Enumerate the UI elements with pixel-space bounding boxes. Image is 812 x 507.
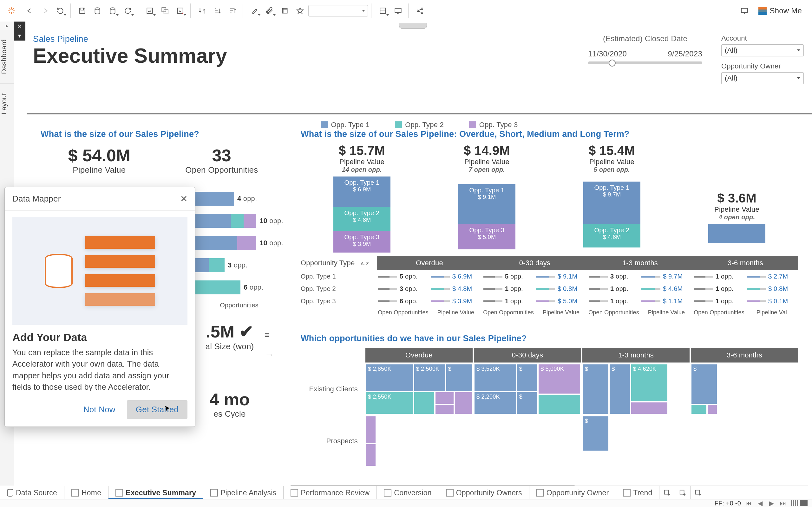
term-col-13[interactable]: $ 15.4M Pipeline Value 5 open opp. Opp. … <box>551 144 673 252</box>
show-me-button[interactable]: Show Me <box>753 4 808 17</box>
new-worksheet-icon[interactable] <box>143 4 157 18</box>
close-icon[interactable]: ✕ <box>14 21 26 31</box>
popover-heading: Add Your Data <box>12 331 188 343</box>
revert-icon[interactable] <box>53 4 67 18</box>
sort-asc-icon[interactable] <box>210 4 224 18</box>
tm-row-existing: Existing Clients <box>301 364 364 414</box>
last-icon[interactable]: ⏭ <box>780 500 786 507</box>
swap-rows-columns-icon[interactable] <box>195 4 209 18</box>
redo-icon[interactable] <box>38 4 52 18</box>
sheet-tab-opportunity-owners[interactable]: Opportunity Owners <box>439 486 529 499</box>
sheet-tab-home[interactable]: Home <box>64 486 108 499</box>
get-started-button[interactable]: Get Started <box>127 400 188 419</box>
owner-bar-row[interactable]: 4 opp. <box>193 187 286 210</box>
date-slider-handle-left[interactable] <box>609 60 616 66</box>
pause-auto-updates-icon[interactable] <box>106 4 119 18</box>
account-filter[interactable]: (All) <box>721 44 804 56</box>
presentation-mode-icon[interactable] <box>391 4 405 18</box>
favorite-icon[interactable] <box>293 4 307 18</box>
tm-cell-prospects-overdue[interactable] <box>365 416 473 466</box>
grid-view-icon[interactable] <box>791 500 799 506</box>
new-story-tab-button[interactable] <box>691 486 706 499</box>
tm-cell-existing-13[interactable]: $ $ $ 4,620K <box>582 364 690 414</box>
tm-cell-prospects-030[interactable] <box>474 416 581 466</box>
not-now-button[interactable]: Not Now <box>74 400 124 419</box>
sort-desc-icon[interactable] <box>225 4 240 18</box>
dashboard-icon <box>71 489 79 497</box>
term-col-overdue[interactable]: $ 15.7M Pipeline Value 14 open opp. Opp.… <box>301 144 423 252</box>
tm-hdr-overdue[interactable]: Overdue <box>365 348 473 362</box>
term-label-030[interactable]: 0-30 days <box>482 256 588 270</box>
dashboard-icon <box>537 489 544 497</box>
fit-icon[interactable] <box>376 4 390 18</box>
date-slider[interactable] <box>588 61 702 64</box>
clear-sheet-icon[interactable] <box>173 4 187 18</box>
sheet-tab-data-source[interactable]: Data Source <box>0 486 64 499</box>
sheet-tab-executive-summary[interactable]: Executive Summary <box>108 486 203 499</box>
owner-bar-row[interactable]: 10 opp. <box>193 210 286 232</box>
view-toggle[interactable] <box>791 500 808 506</box>
dashboard-icon <box>623 489 630 497</box>
term-label-overdue[interactable]: Overdue <box>377 256 482 270</box>
sheet-tab-trend[interactable]: Trend <box>616 486 659 499</box>
tm-hdr-030[interactable]: 0-30 days <box>474 348 581 362</box>
owner-bar-row[interactable]: 6 opp. <box>193 276 286 298</box>
sheet-tab-pipeline-analysis[interactable]: Pipeline Analysis <box>203 486 284 499</box>
tableau-logo-icon[interactable] <box>4 4 18 18</box>
duplicate-sheet-icon[interactable] <box>158 4 172 18</box>
first-icon[interactable]: ⏮ <box>745 500 752 507</box>
dashboard-close-chip[interactable]: ✕ ▾ <box>14 21 26 41</box>
left-tab-layout[interactable]: Layout <box>0 83 14 124</box>
term-col-36[interactable]: $ 3.6M Pipeline Value 4 open opp. <box>676 144 798 252</box>
full-view-icon[interactable] <box>800 500 808 506</box>
date-from: 11/30/2020 <box>588 49 627 58</box>
highlight-icon[interactable] <box>247 4 261 18</box>
prev-icon[interactable]: ◀ <box>757 500 764 507</box>
new-dashboard-tab-button[interactable] <box>675 486 691 499</box>
kpi-pipeline-label: Pipeline Value <box>68 165 131 175</box>
kpi-open-opps-value: 33 <box>185 146 258 165</box>
save-icon[interactable] <box>75 4 89 18</box>
new-worksheet-tab-button[interactable] <box>659 486 675 499</box>
share-icon[interactable] <box>413 4 427 18</box>
find-combo[interactable] <box>308 5 368 16</box>
more-options-icon[interactable]: ≡ <box>264 330 269 340</box>
tm-cell-prospects-36[interactable] <box>691 416 798 466</box>
spark-row[interactable]: Opp. Type 23 opp.$ 4.8M1 opp.$ 0.8M1 opp… <box>301 283 798 295</box>
tm-hdr-36[interactable]: 3-6 months <box>691 348 798 362</box>
svg-rect-16 <box>696 490 700 494</box>
expand-left-pane-icon[interactable]: ▸ <box>0 21 14 30</box>
spark-row[interactable]: Opp. Type 36 opp.$ 3.9M1 opp.$ 5.0M1 opp… <box>301 295 798 307</box>
owner-bar-row[interactable]: 3 opp. <box>193 254 286 276</box>
sheet-tab-conversion[interactable]: Conversion <box>377 486 439 499</box>
sheet-tab-performance-review[interactable]: Performance Review <box>284 486 377 499</box>
close-icon[interactable]: ✕ <box>180 193 188 204</box>
chevron-down-icon[interactable]: ▾ <box>14 31 26 41</box>
tm-cell-existing-overdue[interactable]: $ 2,850K $ 2,500K $ $ 2,550K <box>365 364 473 414</box>
popover-illustration <box>12 217 188 325</box>
term-label-36[interactable]: 3-6 months <box>693 256 798 270</box>
data-guide-icon[interactable] <box>738 4 751 18</box>
owner-bar-chart[interactable]: 4 opp. 10 opp. 10 opp. 3 opp. <box>193 187 286 309</box>
tm-cell-prospects-13[interactable]: $ <box>582 416 690 466</box>
term-label-13[interactable]: 1-3 months <box>588 256 693 270</box>
forward-arrow-icon[interactable]: → <box>264 349 274 360</box>
data-source-icon <box>7 489 13 497</box>
owner-bar-row[interactable]: 10 opp. <box>193 232 286 254</box>
refresh-data-icon[interactable] <box>121 4 135 18</box>
tm-cell-existing-36[interactable]: $ <box>691 364 798 414</box>
left-tab-dashboard[interactable]: Dashboard <box>0 30 14 83</box>
tm-hdr-13[interactable]: 1-3 months <box>582 348 690 362</box>
undo-icon[interactable] <box>23 4 37 18</box>
new-data-source-icon[interactable] <box>90 4 104 18</box>
next-icon[interactable]: ▶ <box>768 500 775 507</box>
attach-icon[interactable] <box>263 4 276 18</box>
annotation-icon[interactable] <box>278 4 292 18</box>
breadcrumb[interactable]: Sales Pipeline <box>33 34 227 44</box>
term-col-030[interactable]: $ 14.9M Pipeline Value 7 open opp. Opp. … <box>426 144 548 252</box>
spark-row[interactable]: Opp. Type 15 opp.$ 6.9M5 opp.$ 9.1M3 opp… <box>301 270 798 283</box>
owner-filter[interactable]: (All) <box>721 72 804 84</box>
sheet-tab-opportunity-owner[interactable]: Opportunity Owner <box>529 486 616 499</box>
cursor-icon <box>164 405 171 412</box>
tm-cell-existing-030[interactable]: $ 3,520K $ $ 5,000K $ 2,200K $ <box>474 364 581 414</box>
